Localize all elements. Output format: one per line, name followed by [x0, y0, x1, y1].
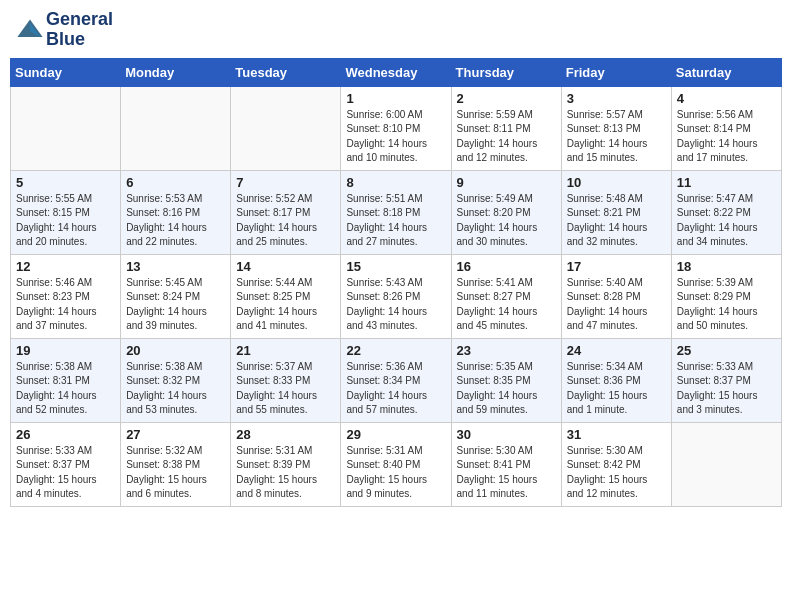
calendar-cell: 9Sunrise: 5:49 AM Sunset: 8:20 PM Daylig… — [451, 170, 561, 254]
day-number: 25 — [677, 343, 776, 358]
day-number: 5 — [16, 175, 115, 190]
calendar-cell: 11Sunrise: 5:47 AM Sunset: 8:22 PM Dayli… — [671, 170, 781, 254]
week-row-3: 12Sunrise: 5:46 AM Sunset: 8:23 PM Dayli… — [11, 254, 782, 338]
day-info: Sunrise: 5:53 AM Sunset: 8:16 PM Dayligh… — [126, 192, 225, 250]
calendar-cell: 13Sunrise: 5:45 AM Sunset: 8:24 PM Dayli… — [121, 254, 231, 338]
day-number: 16 — [457, 259, 556, 274]
day-info: Sunrise: 5:35 AM Sunset: 8:35 PM Dayligh… — [457, 360, 556, 418]
calendar-cell — [231, 86, 341, 170]
calendar-cell: 5Sunrise: 5:55 AM Sunset: 8:15 PM Daylig… — [11, 170, 121, 254]
weekday-header-friday: Friday — [561, 58, 671, 86]
day-number: 7 — [236, 175, 335, 190]
day-info: Sunrise: 5:46 AM Sunset: 8:23 PM Dayligh… — [16, 276, 115, 334]
day-number: 4 — [677, 91, 776, 106]
calendar-cell: 31Sunrise: 5:30 AM Sunset: 8:42 PM Dayli… — [561, 422, 671, 506]
day-number: 24 — [567, 343, 666, 358]
weekday-header-wednesday: Wednesday — [341, 58, 451, 86]
logo-icon — [16, 16, 44, 44]
day-number: 28 — [236, 427, 335, 442]
day-info: Sunrise: 5:31 AM Sunset: 8:40 PM Dayligh… — [346, 444, 445, 502]
day-info: Sunrise: 5:38 AM Sunset: 8:31 PM Dayligh… — [16, 360, 115, 418]
calendar-cell: 29Sunrise: 5:31 AM Sunset: 8:40 PM Dayli… — [341, 422, 451, 506]
week-row-1: 1Sunrise: 6:00 AM Sunset: 8:10 PM Daylig… — [11, 86, 782, 170]
day-number: 1 — [346, 91, 445, 106]
day-number: 2 — [457, 91, 556, 106]
day-number: 12 — [16, 259, 115, 274]
day-number: 18 — [677, 259, 776, 274]
day-info: Sunrise: 5:40 AM Sunset: 8:28 PM Dayligh… — [567, 276, 666, 334]
day-info: Sunrise: 5:34 AM Sunset: 8:36 PM Dayligh… — [567, 360, 666, 418]
day-number: 19 — [16, 343, 115, 358]
day-info: Sunrise: 5:52 AM Sunset: 8:17 PM Dayligh… — [236, 192, 335, 250]
week-row-4: 19Sunrise: 5:38 AM Sunset: 8:31 PM Dayli… — [11, 338, 782, 422]
day-info: Sunrise: 5:49 AM Sunset: 8:20 PM Dayligh… — [457, 192, 556, 250]
calendar-cell: 10Sunrise: 5:48 AM Sunset: 8:21 PM Dayli… — [561, 170, 671, 254]
day-number: 6 — [126, 175, 225, 190]
day-info: Sunrise: 5:59 AM Sunset: 8:11 PM Dayligh… — [457, 108, 556, 166]
day-info: Sunrise: 5:38 AM Sunset: 8:32 PM Dayligh… — [126, 360, 225, 418]
day-number: 20 — [126, 343, 225, 358]
day-number: 29 — [346, 427, 445, 442]
calendar-cell: 19Sunrise: 5:38 AM Sunset: 8:31 PM Dayli… — [11, 338, 121, 422]
day-number: 11 — [677, 175, 776, 190]
page-header: General Blue — [10, 10, 782, 50]
calendar-cell: 23Sunrise: 5:35 AM Sunset: 8:35 PM Dayli… — [451, 338, 561, 422]
day-info: Sunrise: 5:33 AM Sunset: 8:37 PM Dayligh… — [677, 360, 776, 418]
calendar-cell: 12Sunrise: 5:46 AM Sunset: 8:23 PM Dayli… — [11, 254, 121, 338]
logo: General Blue — [14, 10, 113, 50]
weekday-header-sunday: Sunday — [11, 58, 121, 86]
week-row-5: 26Sunrise: 5:33 AM Sunset: 8:37 PM Dayli… — [11, 422, 782, 506]
day-number: 27 — [126, 427, 225, 442]
calendar-cell: 30Sunrise: 5:30 AM Sunset: 8:41 PM Dayli… — [451, 422, 561, 506]
day-number: 15 — [346, 259, 445, 274]
day-number: 23 — [457, 343, 556, 358]
calendar-cell: 2Sunrise: 5:59 AM Sunset: 8:11 PM Daylig… — [451, 86, 561, 170]
calendar-cell: 16Sunrise: 5:41 AM Sunset: 8:27 PM Dayli… — [451, 254, 561, 338]
calendar-cell — [11, 86, 121, 170]
calendar-cell: 24Sunrise: 5:34 AM Sunset: 8:36 PM Dayli… — [561, 338, 671, 422]
day-info: Sunrise: 5:41 AM Sunset: 8:27 PM Dayligh… — [457, 276, 556, 334]
calendar-cell: 20Sunrise: 5:38 AM Sunset: 8:32 PM Dayli… — [121, 338, 231, 422]
day-info: Sunrise: 5:30 AM Sunset: 8:42 PM Dayligh… — [567, 444, 666, 502]
day-info: Sunrise: 5:32 AM Sunset: 8:38 PM Dayligh… — [126, 444, 225, 502]
day-info: Sunrise: 5:31 AM Sunset: 8:39 PM Dayligh… — [236, 444, 335, 502]
calendar-cell: 26Sunrise: 5:33 AM Sunset: 8:37 PM Dayli… — [11, 422, 121, 506]
day-number: 13 — [126, 259, 225, 274]
calendar-cell: 17Sunrise: 5:40 AM Sunset: 8:28 PM Dayli… — [561, 254, 671, 338]
day-number: 22 — [346, 343, 445, 358]
calendar-cell: 18Sunrise: 5:39 AM Sunset: 8:29 PM Dayli… — [671, 254, 781, 338]
calendar-cell: 25Sunrise: 5:33 AM Sunset: 8:37 PM Dayli… — [671, 338, 781, 422]
day-info: Sunrise: 5:43 AM Sunset: 8:26 PM Dayligh… — [346, 276, 445, 334]
day-info: Sunrise: 5:51 AM Sunset: 8:18 PM Dayligh… — [346, 192, 445, 250]
logo-text: General Blue — [46, 10, 113, 50]
day-number: 21 — [236, 343, 335, 358]
day-info: Sunrise: 5:56 AM Sunset: 8:14 PM Dayligh… — [677, 108, 776, 166]
day-number: 26 — [16, 427, 115, 442]
day-info: Sunrise: 5:39 AM Sunset: 8:29 PM Dayligh… — [677, 276, 776, 334]
weekday-header-monday: Monday — [121, 58, 231, 86]
day-info: Sunrise: 5:47 AM Sunset: 8:22 PM Dayligh… — [677, 192, 776, 250]
calendar-cell: 8Sunrise: 5:51 AM Sunset: 8:18 PM Daylig… — [341, 170, 451, 254]
calendar-cell: 7Sunrise: 5:52 AM Sunset: 8:17 PM Daylig… — [231, 170, 341, 254]
calendar-cell: 1Sunrise: 6:00 AM Sunset: 8:10 PM Daylig… — [341, 86, 451, 170]
weekday-header-saturday: Saturday — [671, 58, 781, 86]
day-number: 10 — [567, 175, 666, 190]
calendar-cell: 4Sunrise: 5:56 AM Sunset: 8:14 PM Daylig… — [671, 86, 781, 170]
calendar-cell — [121, 86, 231, 170]
calendar-cell: 27Sunrise: 5:32 AM Sunset: 8:38 PM Dayli… — [121, 422, 231, 506]
day-number: 9 — [457, 175, 556, 190]
day-number: 31 — [567, 427, 666, 442]
day-number: 3 — [567, 91, 666, 106]
calendar-cell: 28Sunrise: 5:31 AM Sunset: 8:39 PM Dayli… — [231, 422, 341, 506]
calendar-table: SundayMondayTuesdayWednesdayThursdayFrid… — [10, 58, 782, 507]
calendar-cell: 22Sunrise: 5:36 AM Sunset: 8:34 PM Dayli… — [341, 338, 451, 422]
calendar-cell: 14Sunrise: 5:44 AM Sunset: 8:25 PM Dayli… — [231, 254, 341, 338]
day-info: Sunrise: 5:36 AM Sunset: 8:34 PM Dayligh… — [346, 360, 445, 418]
day-info: Sunrise: 6:00 AM Sunset: 8:10 PM Dayligh… — [346, 108, 445, 166]
weekday-header-row: SundayMondayTuesdayWednesdayThursdayFrid… — [11, 58, 782, 86]
calendar-cell — [671, 422, 781, 506]
week-row-2: 5Sunrise: 5:55 AM Sunset: 8:15 PM Daylig… — [11, 170, 782, 254]
day-number: 8 — [346, 175, 445, 190]
day-info: Sunrise: 5:55 AM Sunset: 8:15 PM Dayligh… — [16, 192, 115, 250]
day-number: 14 — [236, 259, 335, 274]
